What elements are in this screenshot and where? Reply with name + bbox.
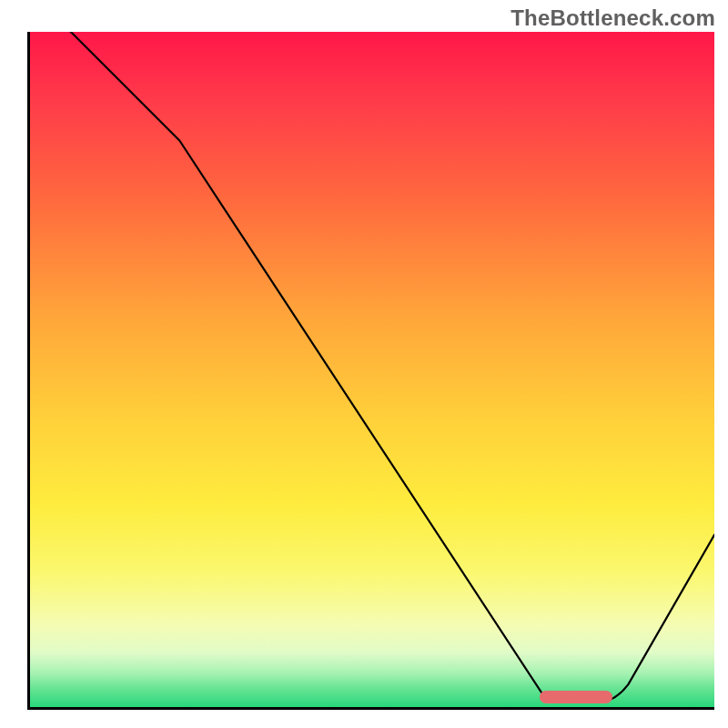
chart-plot-area — [27, 32, 714, 710]
brand-watermark: TheBottleneck.com — [511, 5, 715, 31]
bottleneck-curve — [30, 32, 714, 707]
optimal-range-marker — [540, 691, 612, 703]
curve-path — [30, 32, 714, 703]
